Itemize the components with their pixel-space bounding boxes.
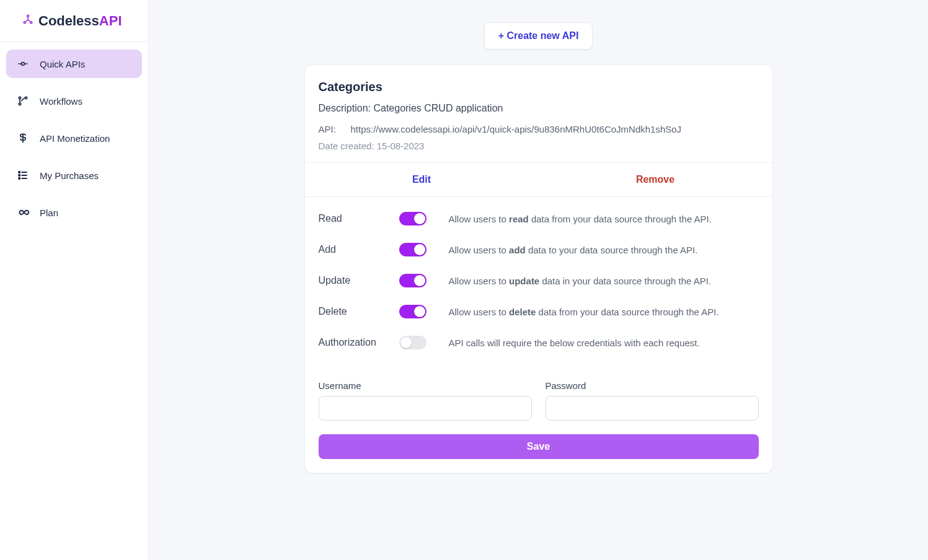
topbar: + Create new API <box>186 22 891 50</box>
infinity-icon <box>16 206 30 219</box>
username-field: Username <box>319 380 532 421</box>
permission-read: Read Allow users to read data from your … <box>319 212 759 225</box>
svg-point-7 <box>19 172 20 173</box>
permissions-list: Read Allow users to read data from your … <box>305 197 772 380</box>
sidebar: CodelessAPI Quick APIs Wo <box>0 0 149 560</box>
remove-button[interactable]: Remove <box>539 163 772 196</box>
password-label: Password <box>546 380 759 391</box>
main: + Create new API Categories Description:… <box>149 0 928 560</box>
list-icon <box>16 168 30 182</box>
sidebar-item-label: Quick APIs <box>40 59 85 69</box>
save-button[interactable]: Save <box>319 434 759 459</box>
logo: CodelessAPI <box>0 0 148 42</box>
permission-label: Add <box>319 244 399 255</box>
svg-point-1 <box>24 22 25 24</box>
svg-point-3 <box>22 63 25 66</box>
logo-icon <box>22 14 33 28</box>
sidebar-item-purchases[interactable]: My Purchases <box>6 161 142 190</box>
sidebar-item-label: API Monetization <box>40 133 110 144</box>
toggle-delete[interactable] <box>399 305 426 318</box>
sidebar-item-workflows[interactable]: Workflows <box>6 87 142 115</box>
permission-description: API calls will require the below credent… <box>449 338 759 348</box>
password-input[interactable] <box>546 396 759 421</box>
svg-point-4 <box>19 97 20 98</box>
svg-point-2 <box>30 22 32 24</box>
svg-point-8 <box>19 175 20 177</box>
svg-point-9 <box>19 178 20 180</box>
sidebar-item-plan[interactable]: Plan <box>6 198 142 227</box>
branch-icon <box>16 94 30 108</box>
permission-description: Allow users to add data to your data sou… <box>449 245 759 255</box>
svg-point-0 <box>27 15 29 17</box>
permission-add: Add Allow users to add data to your data… <box>319 243 759 256</box>
permission-description: Allow users to update data in your data … <box>449 276 759 286</box>
nav: Quick APIs Workflows API Monetizati <box>0 42 148 243</box>
toggle-read[interactable] <box>399 212 426 225</box>
sidebar-item-quick-apis[interactable]: Quick APIs <box>6 50 142 78</box>
date-created: Date created: 15-08-2023 <box>319 141 759 151</box>
edit-button[interactable]: Edit <box>305 163 539 196</box>
sidebar-item-label: Plan <box>40 208 58 218</box>
permission-label: Read <box>319 213 399 224</box>
permission-delete: Delete Allow users to delete data from y… <box>319 305 759 318</box>
permission-label: Update <box>319 275 399 286</box>
toggle-add[interactable] <box>399 243 426 256</box>
svg-point-5 <box>19 103 20 105</box>
api-url-row: API: https://www.codelessapi.io/api/v1/q… <box>319 124 759 134</box>
username-input[interactable] <box>319 396 532 421</box>
card-description: Description: Categories CRUD application <box>319 103 759 114</box>
create-api-button[interactable]: + Create new API <box>484 22 593 50</box>
sidebar-item-label: Workflows <box>40 96 82 107</box>
toggle-update[interactable] <box>399 274 426 287</box>
permission-authorization: Authorization API calls will require the… <box>319 336 759 349</box>
username-label: Username <box>319 380 532 391</box>
logo-text: CodelessAPI <box>38 13 122 29</box>
dollar-icon <box>16 131 30 145</box>
card-title: Categories <box>319 80 759 94</box>
sidebar-item-monetization[interactable]: API Monetization <box>6 124 142 152</box>
password-field: Password <box>546 380 759 421</box>
api-url-value: https://www.codelessapi.io/api/v1/quick-… <box>351 124 682 134</box>
permission-update: Update Allow users to update data in you… <box>319 274 759 287</box>
credentials: Username Password <box>305 380 772 434</box>
svg-point-6 <box>25 97 27 98</box>
permission-description: Allow users to delete data from your dat… <box>449 307 759 317</box>
toggle-authorization[interactable] <box>399 336 426 349</box>
commit-icon <box>16 57 30 71</box>
permission-label: Authorization <box>319 337 399 348</box>
permission-description: Allow users to read data from your data … <box>449 214 759 224</box>
permission-label: Delete <box>319 306 399 317</box>
api-card: Categories Description: Categories CRUD … <box>304 64 773 473</box>
sidebar-item-label: My Purchases <box>40 170 99 181</box>
api-url-label: API: <box>319 124 343 134</box>
card-actions: Edit Remove <box>305 162 772 197</box>
